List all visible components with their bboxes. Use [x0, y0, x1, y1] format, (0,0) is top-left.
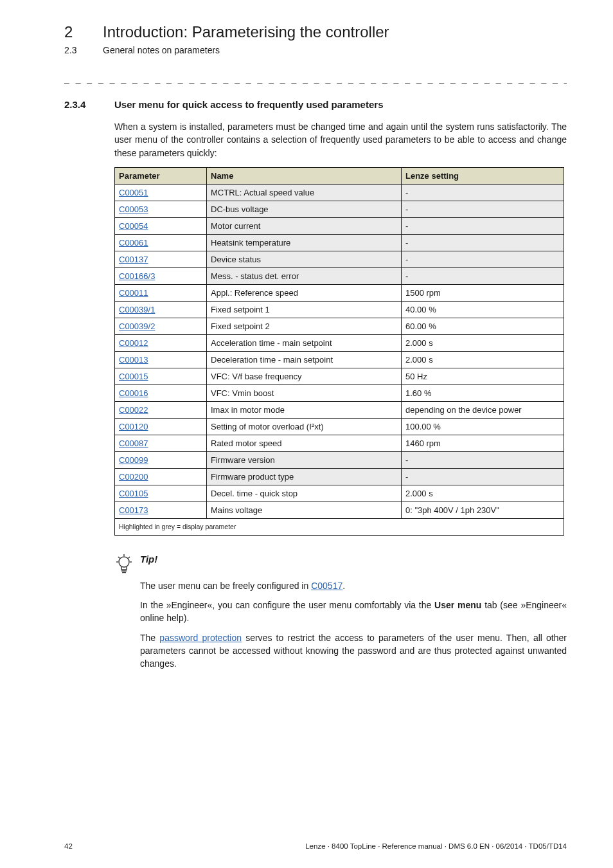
cell-parameter: C00013: [115, 351, 207, 368]
param-link[interactable]: C00039/2: [119, 321, 155, 331]
cell-parameter: C00099: [115, 451, 207, 468]
cell-setting: 100.00 %: [402, 418, 564, 435]
table-row: C00099Firmware version-: [115, 451, 564, 468]
page-number: 42: [64, 842, 73, 850]
cell-setting: 50 Hz: [402, 368, 564, 384]
table-row: C00166/3Mess. - status det. error-: [115, 267, 564, 284]
cell-name: Mains voltage: [207, 502, 402, 518]
cell-name: VFC: V/f base frequency: [207, 368, 402, 384]
table-row: C00051MCTRL: Actual speed value-: [115, 184, 564, 201]
param-link[interactable]: C00054: [119, 221, 148, 231]
cell-parameter: C00015: [115, 368, 207, 384]
param-link[interactable]: C00012: [119, 338, 148, 348]
table-row: C00087Rated motor speed1460 rpm: [115, 435, 564, 451]
svg-point-0: [119, 557, 129, 567]
param-link[interactable]: C00051: [119, 188, 148, 197]
cell-setting: -: [402, 468, 564, 485]
cell-parameter: C00051: [115, 184, 207, 201]
cell-name: MCTRL: Actual speed value: [207, 184, 402, 201]
param-link[interactable]: C00013: [119, 355, 148, 365]
cell-name: Setting of motor overload (I²xt): [207, 418, 402, 435]
tip-heading: Tip!: [140, 554, 157, 565]
cell-name: Motor current: [207, 217, 402, 234]
subsection-number: 2.3.4: [64, 99, 94, 110]
cell-name: VFC: Vmin boost: [207, 384, 402, 401]
cell-name: Mess. - status det. error: [207, 267, 402, 284]
cell-setting: 0: "3ph 400V / 1ph 230V": [402, 502, 564, 518]
section-title: General notes on parameters: [103, 45, 220, 55]
cell-name: Device status: [207, 251, 402, 267]
table-row: C00022Imax in motor modedepending on the…: [115, 401, 564, 418]
param-link[interactable]: C00087: [119, 439, 148, 448]
param-link[interactable]: C00011: [119, 288, 148, 298]
chapter-number: 2: [64, 23, 82, 41]
table-row: C00173Mains voltage0: "3ph 400V / 1ph 23…: [115, 502, 564, 518]
cell-parameter: C00200: [115, 468, 207, 485]
cell-setting: -: [402, 251, 564, 267]
col-header-parameter: Parameter: [115, 167, 207, 184]
table-row: C00015VFC: V/f base frequency50 Hz: [115, 368, 564, 384]
cell-name: Appl.: Reference speed: [207, 284, 402, 301]
link-password-protection[interactable]: password protection: [159, 633, 242, 643]
cell-setting: -: [402, 451, 564, 468]
cell-name: Fixed setpoint 1: [207, 301, 402, 318]
cell-parameter: C00039/2: [115, 318, 207, 334]
cell-setting: 1.60 %: [402, 384, 564, 401]
table-row: C00061Heatsink temperature-: [115, 234, 564, 251]
table-row: C00120Setting of motor overload (I²xt)10…: [115, 418, 564, 435]
cell-setting: 2.000 s: [402, 334, 564, 351]
param-link[interactable]: C00039/1: [119, 305, 155, 314]
cell-parameter: C00061: [115, 234, 207, 251]
param-link[interactable]: C00120: [119, 422, 148, 431]
cell-name: Fixed setpoint 2: [207, 318, 402, 334]
separator-line: _ _ _ _ _ _ _ _ _ _ _ _ _ _ _ _ _ _ _ _ …: [64, 73, 567, 84]
cell-setting: -: [402, 217, 564, 234]
tip-paragraph-3: The password protection serves to restri…: [140, 631, 567, 671]
param-link[interactable]: C00137: [119, 255, 148, 264]
col-header-name: Name: [207, 167, 402, 184]
param-link[interactable]: C00015: [119, 372, 148, 381]
footer-info: Lenze · 8400 TopLine · Reference manual …: [305, 842, 567, 850]
cell-name: Imax in motor mode: [207, 401, 402, 418]
table-row: C00137Device status-: [115, 251, 564, 267]
param-link[interactable]: C00166/3: [119, 271, 155, 281]
table-row: C00105Decel. time - quick stop2.000 s: [115, 485, 564, 502]
cell-setting: -: [402, 234, 564, 251]
cell-parameter: C00054: [115, 217, 207, 234]
param-link[interactable]: C00099: [119, 455, 148, 465]
cell-parameter: C00011: [115, 284, 207, 301]
subsection-title: User menu for quick access to frequently…: [114, 99, 383, 110]
cell-setting: depending on the device power: [402, 401, 564, 418]
col-header-setting: Lenze setting: [402, 167, 564, 184]
table-row: C00011Appl.: Reference speed1500 rpm: [115, 284, 564, 301]
cell-name: Firmware product type: [207, 468, 402, 485]
param-link[interactable]: C00105: [119, 489, 148, 498]
cell-setting: 1460 rpm: [402, 435, 564, 451]
table-row: C00200Firmware product type-: [115, 468, 564, 485]
cell-parameter: C00022: [115, 401, 207, 418]
param-link[interactable]: C00016: [119, 388, 148, 398]
param-link[interactable]: C00022: [119, 405, 148, 415]
link-c00517[interactable]: C00517: [311, 581, 342, 591]
svg-line-7: [129, 557, 130, 558]
cell-setting: 2.000 s: [402, 485, 564, 502]
table-footnote: Highlighted in grey = display parameter: [115, 518, 564, 535]
param-link[interactable]: C00053: [119, 204, 148, 214]
param-link[interactable]: C00061: [119, 238, 148, 248]
param-link[interactable]: C00200: [119, 472, 148, 482]
lightbulb-icon: [114, 554, 134, 575]
cell-parameter: C00137: [115, 251, 207, 267]
cell-setting: 1500 rpm: [402, 284, 564, 301]
intro-paragraph: When a system is installed, parameters m…: [114, 120, 567, 159]
cell-parameter: C00173: [115, 502, 207, 518]
tip-paragraph-2: In the »Engineer«, you can configure the…: [140, 599, 567, 625]
cell-setting: 40.00 %: [402, 301, 564, 318]
section-number: 2.3: [64, 45, 82, 55]
table-row: C00013Deceleration time - main setpoint2…: [115, 351, 564, 368]
svg-line-6: [118, 557, 120, 558]
tip-paragraph-1: The user menu can be freely configured i…: [140, 579, 567, 592]
cell-setting: 60.00 %: [402, 318, 564, 334]
cell-setting: -: [402, 201, 564, 217]
param-link[interactable]: C00173: [119, 505, 148, 515]
cell-parameter: C00012: [115, 334, 207, 351]
